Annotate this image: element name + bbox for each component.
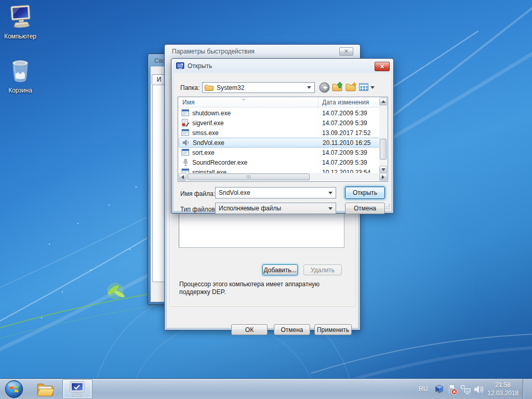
speaker-icon xyxy=(182,139,190,147)
file-row-selected[interactable]: SndVol.exe 20.11.2010 16:25 xyxy=(179,138,380,148)
resize-grip[interactable] xyxy=(384,204,390,210)
desktop-icon-recycle-bin[interactable]: Корзина xyxy=(0,58,41,94)
file-name-value: SndVol.exe xyxy=(216,189,328,196)
cancel-button[interactable]: Отмена xyxy=(274,324,310,335)
sort-ascending-icon xyxy=(242,98,246,100)
explorer-folder-icon xyxy=(36,382,55,397)
application-icon xyxy=(181,149,190,156)
application-icon xyxy=(181,129,190,137)
column-divider[interactable] xyxy=(318,97,318,107)
windows-logo-icon xyxy=(5,380,23,398)
show-desktop-button[interactable] xyxy=(523,379,532,399)
new-folder-button[interactable] xyxy=(345,82,357,92)
file-row[interactable]: smss.exe 13.09.2017 17:52 xyxy=(179,128,380,138)
clock-time: 21:58 xyxy=(486,381,520,389)
system-app-icon xyxy=(69,381,86,397)
open-dialog-titlebar[interactable]: Открыть ✕ xyxy=(171,59,393,73)
scroll-right-button[interactable] xyxy=(379,173,387,181)
tray-package-icon[interactable] xyxy=(434,384,444,395)
volume-icon[interactable] xyxy=(474,385,485,394)
network-icon[interactable] xyxy=(460,385,472,395)
scroll-up-button[interactable] xyxy=(379,98,387,105)
cancel-button[interactable]: Отмена xyxy=(345,203,385,214)
folder-combobox[interactable]: System32 xyxy=(202,82,315,93)
apply-button[interactable]: Применить xyxy=(314,324,352,335)
add-button[interactable]: Добавить... xyxy=(262,264,298,275)
folder-icon xyxy=(205,84,214,91)
file-row[interactable]: sort.exe 14.07.2009 5:39 xyxy=(179,148,380,157)
back-button[interactable] xyxy=(319,82,330,93)
application-icon xyxy=(181,109,190,117)
ok-button[interactable]: ОК xyxy=(231,324,268,335)
taskbar-explorer-button[interactable] xyxy=(33,380,58,398)
triangle-down-icon xyxy=(381,168,385,171)
file-list: Имя Дата изменения shutdown.exe 14.07.20… xyxy=(178,97,388,182)
file-name-label: Имя файла: xyxy=(180,190,215,197)
file-row[interactable]: shutdown.exe 14.07.2009 5:39 xyxy=(179,108,380,118)
desktop-icon-label: Компьютер xyxy=(0,33,41,40)
microphone-icon xyxy=(181,158,190,166)
views-menu-button[interactable] xyxy=(359,83,377,92)
taskbar-clock[interactable]: 21:58 12.03.2018 xyxy=(486,381,520,397)
open-button[interactable]: Открыть xyxy=(345,187,385,199)
remove-button[interactable]: Удалить xyxy=(303,264,342,275)
open-dialog-title: Открыть xyxy=(188,62,212,70)
open-dialog-client: Папка: System32 xyxy=(174,73,391,211)
chevron-down-icon xyxy=(370,86,375,89)
chevron-down-icon xyxy=(307,86,311,89)
performance-options-title: Параметры быстродействия xyxy=(172,48,255,55)
scroll-left-button[interactable] xyxy=(179,173,187,181)
open-dialog-window: Открыть ✕ Папка: System32 xyxy=(171,58,394,214)
language-indicator[interactable]: RU xyxy=(419,385,428,393)
triangle-left-icon xyxy=(181,175,184,179)
performance-options-titlebar[interactable]: Параметры быстродействия ✕ xyxy=(165,45,360,58)
computer-icon xyxy=(7,4,33,30)
vertical-scroll-thumb[interactable] xyxy=(380,139,387,159)
file-type-value: Исполняемые файлы xyxy=(216,205,328,212)
clock-date: 12.03.2018 xyxy=(486,390,520,397)
scroll-down-button[interactable] xyxy=(379,166,387,174)
chevron-down-icon xyxy=(328,192,332,194)
action-center-flag-icon[interactable] xyxy=(447,383,458,395)
triangle-up-icon xyxy=(381,100,385,103)
desktop-icon-label: Корзина xyxy=(0,87,41,94)
taskbar-active-window-button[interactable] xyxy=(62,379,92,399)
up-one-level-button[interactable] xyxy=(332,82,344,92)
close-icon[interactable]: ✕ xyxy=(339,47,353,56)
file-type-combobox[interactable]: Исполняемые файлы xyxy=(215,203,336,214)
file-type-label: Тип файлов: xyxy=(180,206,217,213)
recycle-bin-icon xyxy=(9,58,32,84)
file-row[interactable]: SoundRecorder.exe 14.07.2009 5:39 xyxy=(179,157,380,167)
desktop-icon-computer[interactable]: Компьютер xyxy=(0,4,41,40)
vertical-scrollbar[interactable] xyxy=(379,98,387,174)
close-icon[interactable]: ✕ xyxy=(375,62,390,71)
start-button[interactable] xyxy=(4,379,24,399)
column-header-name[interactable]: Имя xyxy=(182,99,194,106)
file-row[interactable]: sigverif.exe 14.07.2009 5:39 xyxy=(179,118,380,128)
triangle-right-icon xyxy=(382,175,384,179)
file-list-header[interactable]: Имя Дата изменения xyxy=(178,97,388,108)
folder-label: Папка: xyxy=(180,84,200,91)
folder-combobox-value: System32 xyxy=(214,84,307,91)
sigverif-icon xyxy=(181,119,190,127)
file-name-combobox[interactable]: SndVol.exe xyxy=(215,187,336,198)
dep-support-text: Процессор этого компьютера имеет аппарат… xyxy=(179,281,347,296)
horizontal-scroll-thumb[interactable] xyxy=(188,174,310,180)
taskbar: RU 21:58 12.03.2018 xyxy=(0,378,532,399)
open-dialog-app-icon xyxy=(176,62,184,70)
column-header-date[interactable]: Дата изменения xyxy=(322,99,369,106)
chevron-down-icon xyxy=(328,207,332,210)
views-icon xyxy=(359,83,369,91)
